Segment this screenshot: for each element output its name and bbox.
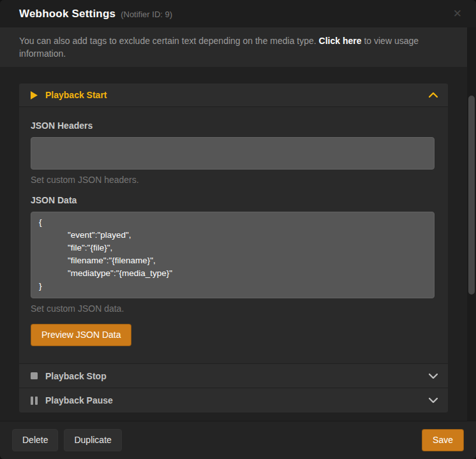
json-headers-label: JSON Headers xyxy=(31,120,435,131)
save-button[interactable]: Save xyxy=(422,429,464,451)
scrollbar-track[interactable] xyxy=(467,27,476,421)
trigger-accordion: Playback Start JSON Headers Set custom J… xyxy=(19,84,448,412)
scrollbar-thumb[interactable] xyxy=(468,96,475,295)
section-playback-stop[interactable]: Playback Stop xyxy=(19,364,448,388)
section-playback-pause[interactable]: Playback Pause xyxy=(19,388,448,412)
section-label: Playback Pause xyxy=(45,395,113,405)
notifier-id-label: (Notifier ID: 9) xyxy=(121,10,172,19)
usage-info-text: You can also add tags to exclude certain… xyxy=(0,27,467,67)
section-playback-start[interactable]: Playback Start xyxy=(19,84,448,107)
json-data-label: JSON Data xyxy=(31,195,435,205)
modal-title: Webhook Settings xyxy=(19,8,115,20)
chevron-down-icon xyxy=(429,398,438,403)
click-here-link[interactable]: Click here xyxy=(319,36,362,46)
preview-json-data-button[interactable]: Preview JSON Data xyxy=(31,324,131,346)
modal-footer: Delete Duplicate Save xyxy=(0,421,476,459)
json-headers-input[interactable] xyxy=(31,137,435,170)
chevron-up-icon xyxy=(429,92,438,98)
chevron-down-icon xyxy=(429,374,438,379)
stop-icon xyxy=(31,372,40,379)
pause-icon xyxy=(31,397,40,405)
webhook-settings-modal: Webhook Settings (Notifier ID: 9) ✕ You … xyxy=(0,0,476,459)
duplicate-button[interactable]: Duplicate xyxy=(64,429,121,451)
section-label: Playback Stop xyxy=(45,371,107,381)
json-data-help: Set custom JSON data. xyxy=(31,303,435,314)
close-icon[interactable]: ✕ xyxy=(449,6,466,22)
play-icon xyxy=(31,91,40,99)
modal-header: Webhook Settings (Notifier ID: 9) ✕ xyxy=(0,0,476,27)
json-data-input[interactable]: { "event":"played", "file":"{file}", "fi… xyxy=(31,212,435,298)
json-headers-help: Set custom JSON headers. xyxy=(31,175,435,185)
modal-body: You can also add tags to exclude certain… xyxy=(0,27,476,421)
section-label: Playback Start xyxy=(45,90,107,100)
playback-start-panel: JSON Headers Set custom JSON headers. JS… xyxy=(19,107,448,364)
usage-info-before: You can also add tags to exclude certain… xyxy=(19,36,319,46)
delete-button[interactable]: Delete xyxy=(12,429,58,451)
